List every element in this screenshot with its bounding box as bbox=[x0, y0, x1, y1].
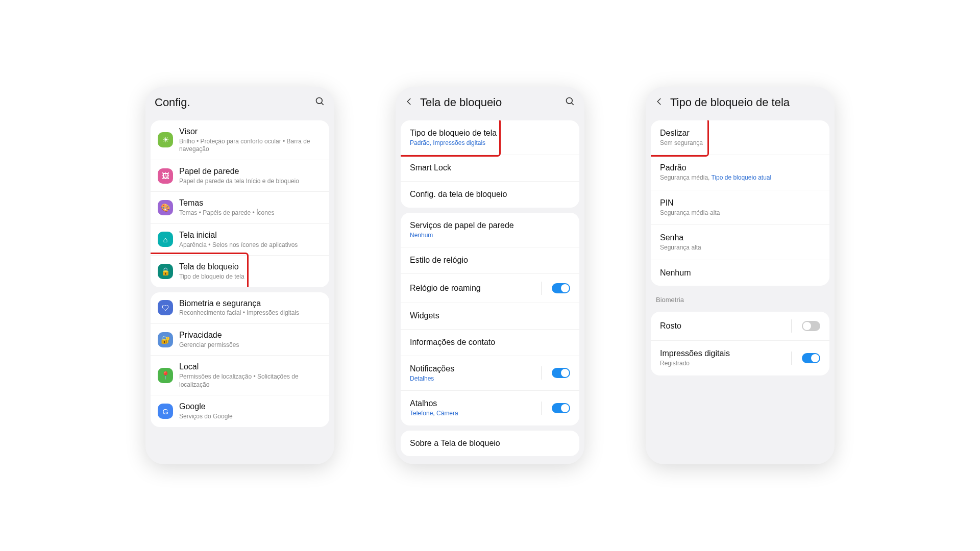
item-title: Tela inicial bbox=[179, 230, 322, 241]
setting-item-home[interactable]: ⌂Tela inicialAparência • Selos nos ícone… bbox=[151, 224, 329, 256]
wallpaper-icon: 🖼 bbox=[158, 168, 173, 184]
back-icon[interactable] bbox=[655, 96, 664, 109]
item-subtitle: Brilho • Proteção para conforto ocular •… bbox=[179, 138, 322, 154]
setting-item-notifications[interactable]: NotificaçõesDetalhes bbox=[401, 356, 579, 391]
item-text: PrivacidadeGerenciar permissões bbox=[179, 330, 322, 349]
item-title: Impressões digitais bbox=[660, 348, 785, 359]
shortcuts-toggle[interactable] bbox=[552, 403, 570, 413]
item-text: Impressões digitaisRegistrado bbox=[660, 348, 785, 367]
svg-line-1 bbox=[322, 103, 324, 105]
item-text: Widgets bbox=[410, 311, 570, 321]
setting-item-clockstyle[interactable]: Estilo de relógio bbox=[401, 247, 579, 274]
item-title: Informações de contato bbox=[410, 337, 570, 348]
item-title: Deslizar bbox=[660, 128, 820, 139]
item-title: Serviços de papel de parede bbox=[410, 220, 570, 231]
item-text: PINSegurança média-alta bbox=[660, 198, 820, 217]
back-icon[interactable] bbox=[405, 96, 414, 109]
header: Tela de bloqueio bbox=[396, 87, 584, 115]
item-title: Visor bbox=[179, 127, 322, 137]
item-text: Nenhum bbox=[660, 268, 820, 279]
settings-section: Tipo de bloqueio de telaPadrão, Impressõ… bbox=[401, 120, 579, 208]
item-subtitle: Telefone, Câmera bbox=[410, 410, 535, 418]
header: Config. bbox=[145, 87, 334, 115]
item-subtitle: Registrado bbox=[660, 360, 785, 368]
phone-lockscreen: Tela de bloqueio Tipo de bloqueio de tel… bbox=[396, 87, 584, 464]
setting-item-none[interactable]: Nenhum bbox=[651, 260, 829, 286]
item-title: Padrão bbox=[660, 163, 820, 173]
setting-item-smartlock[interactable]: Smart Lock bbox=[401, 155, 579, 182]
search-icon[interactable] bbox=[315, 96, 325, 109]
item-text: Informações de contato bbox=[410, 337, 570, 348]
setting-item-widgets[interactable]: Widgets bbox=[401, 303, 579, 330]
item-title: Senha bbox=[660, 233, 820, 243]
search-icon[interactable] bbox=[565, 96, 575, 109]
settings-section: DeslizarSem segurançaPadrãoSegurança méd… bbox=[651, 120, 829, 286]
item-subtitle: Permissões de localização • Solicitações… bbox=[179, 373, 322, 389]
item-title: Tela de bloqueio bbox=[179, 262, 322, 272]
home-icon: ⌂ bbox=[158, 232, 173, 247]
item-title: Estilo de relógio bbox=[410, 255, 570, 266]
item-text: Sobre a Tela de bloqueio bbox=[410, 438, 570, 449]
setting-item-fingerprint[interactable]: Impressões digitaisRegistrado bbox=[651, 341, 829, 375]
face-toggle[interactable] bbox=[802, 321, 820, 331]
page-title: Tela de bloqueio bbox=[420, 96, 559, 109]
setting-item-themes[interactable]: 🎨TemasTemas • Papéis de parede • Ícones bbox=[151, 192, 329, 223]
page-title: Config. bbox=[155, 96, 309, 109]
section-label: Biometria bbox=[646, 291, 835, 307]
item-subtitle: Reconhecimento facial • Impressões digit… bbox=[179, 309, 322, 317]
item-title: Google bbox=[179, 402, 322, 412]
item-text: Tela de bloqueioTipo de bloqueio de tela bbox=[179, 262, 322, 281]
setting-item-privacy[interactable]: 🔐PrivacidadeGerenciar permissões bbox=[151, 324, 329, 356]
item-title: Tipo de bloqueio de tela bbox=[410, 128, 570, 139]
setting-item-face[interactable]: Rosto bbox=[651, 312, 829, 341]
setting-item-pattern[interactable]: PadrãoSegurança média, Tipo de bloqueio … bbox=[651, 155, 829, 190]
item-subtitle: Nenhum bbox=[410, 232, 570, 240]
setting-item-shortcuts[interactable]: AtalhosTelefone, Câmera bbox=[401, 391, 579, 425]
setting-item-swipe[interactable]: DeslizarSem segurança bbox=[651, 120, 829, 155]
page-title: Tipo de bloqueio de tela bbox=[670, 96, 825, 109]
setting-item-contactinfo[interactable]: Informações de contato bbox=[401, 330, 579, 356]
settings-section: RostoImpressões digitaisRegistrado bbox=[651, 312, 829, 375]
item-text: DeslizarSem segurança bbox=[660, 128, 820, 147]
item-text: Serviços de papel de paredeNenhum bbox=[410, 220, 570, 239]
header: Tipo de bloqueio de tela bbox=[646, 87, 835, 115]
item-text: LocalPermissões de localização • Solicit… bbox=[179, 362, 322, 389]
item-subtitle: Padrão, Impressões digitais bbox=[410, 139, 570, 147]
visor-icon: ☀ bbox=[158, 132, 173, 147]
item-text: GoogleServiços do Google bbox=[179, 402, 322, 420]
item-text: Smart Lock bbox=[410, 163, 570, 173]
item-text: Rosto bbox=[660, 321, 785, 332]
item-title: Relógio de roaming bbox=[410, 283, 535, 294]
item-text: AtalhosTelefone, Câmera bbox=[410, 398, 535, 417]
location-icon: 📍 bbox=[158, 368, 173, 383]
setting-item-visor[interactable]: ☀VisorBrilho • Proteção para conforto oc… bbox=[151, 120, 329, 160]
settings-section: 🛡Biometria e segurançaReconhecimento fac… bbox=[151, 292, 329, 427]
notifications-toggle[interactable] bbox=[552, 368, 570, 378]
item-text: Relógio de roaming bbox=[410, 283, 535, 294]
item-text: Tela inicialAparência • Selos nos ícones… bbox=[179, 230, 322, 249]
setting-item-wpservices[interactable]: Serviços de papel de paredeNenhum bbox=[401, 213, 579, 247]
setting-item-locktype[interactable]: Tipo de bloqueio de telaPadrão, Impressõ… bbox=[401, 120, 579, 155]
setting-item-biometrics[interactable]: 🛡Biometria e segurançaReconhecimento fac… bbox=[151, 292, 329, 324]
item-text: Papel de paredePapel de parede da tela I… bbox=[179, 166, 322, 185]
item-text: Config. da tela de bloqueio bbox=[410, 189, 570, 200]
setting-item-lockscreen[interactable]: 🔒Tela de bloqueioTipo de bloqueio de tel… bbox=[151, 256, 329, 287]
item-title: Widgets bbox=[410, 311, 570, 321]
setting-item-roamingclock[interactable]: Relógio de roaming bbox=[401, 274, 579, 303]
setting-item-pin[interactable]: PINSegurança média-alta bbox=[651, 190, 829, 225]
google-icon: G bbox=[158, 404, 173, 419]
setting-item-location[interactable]: 📍LocalPermissões de localização • Solici… bbox=[151, 356, 329, 395]
setting-item-google[interactable]: GGoogleServiços do Google bbox=[151, 395, 329, 427]
fingerprint-toggle[interactable] bbox=[802, 353, 820, 363]
setting-item-about[interactable]: Sobre a Tela de bloqueio bbox=[401, 431, 579, 457]
settings-section: ☀VisorBrilho • Proteção para conforto oc… bbox=[151, 120, 329, 287]
setting-item-wallpaper[interactable]: 🖼Papel de paredePapel de parede da tela … bbox=[151, 160, 329, 192]
item-title: Privacidade bbox=[179, 330, 322, 341]
biometrics-icon: 🛡 bbox=[158, 300, 173, 315]
setting-item-locksettings[interactable]: Config. da tela de bloqueio bbox=[401, 182, 579, 208]
item-subtitle: Serviços do Google bbox=[179, 413, 322, 421]
item-title: PIN bbox=[660, 198, 820, 209]
settings-section: Serviços de papel de paredeNenhumEstilo … bbox=[401, 213, 579, 425]
roamingclock-toggle[interactable] bbox=[552, 283, 570, 293]
setting-item-password[interactable]: SenhaSegurança alta bbox=[651, 225, 829, 260]
